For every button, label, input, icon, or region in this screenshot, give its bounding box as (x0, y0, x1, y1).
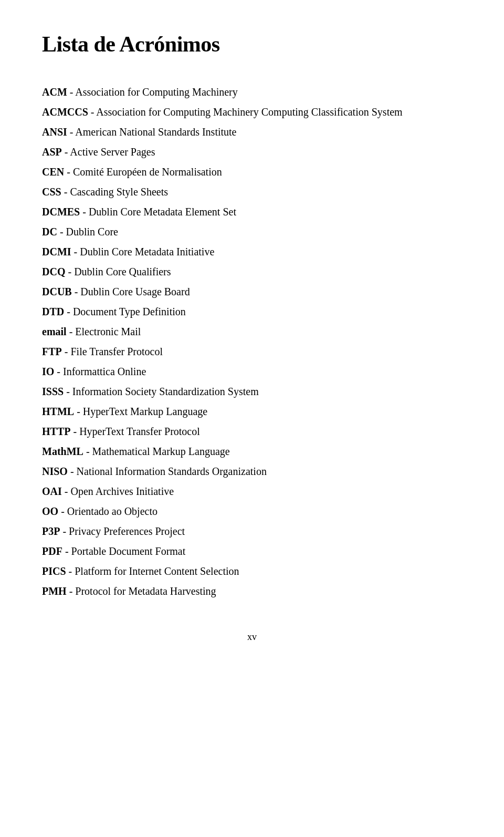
list-item: FTP - File Transfer Protocol (42, 343, 462, 360)
acronym-abbr: ACM (42, 86, 67, 98)
list-item: PMH - Protocol for Metadata Harvesting (42, 582, 462, 600)
acronym-abbr: CEN (42, 166, 64, 178)
list-item: ACM - Association for Computing Machiner… (42, 83, 462, 101)
list-item: ACMCCS - Association for Computing Machi… (42, 103, 462, 121)
acronym-list: ACM - Association for Computing Machiner… (42, 83, 462, 600)
list-item: DCMES - Dublin Core Metadata Element Set (42, 203, 462, 221)
acronym-abbr: NISO (42, 466, 68, 477)
acronym-abbr: ISSS (42, 386, 64, 397)
acronym-abbr: DCMI (42, 246, 71, 257)
acronym-abbr: DCQ (42, 266, 65, 277)
list-item: HTTP - HyperText Transfer Protocol (42, 422, 462, 440)
acronym-abbr: PICS (42, 565, 66, 577)
list-item: MathML - Mathematical Markup Language (42, 442, 462, 460)
list-item: PICS - Platform for Internet Content Sel… (42, 562, 462, 580)
list-item: IO - Informattica Online (42, 363, 462, 380)
acronym-abbr: ACMCCS (42, 106, 88, 118)
page-title: Lista de Acrónimos (42, 32, 462, 57)
acronym-abbr: ANSI (42, 126, 67, 138)
list-item: NISO - National Information Standards Or… (42, 462, 462, 480)
acronym-abbr: P3P (42, 525, 60, 537)
acronym-abbr: PDF (42, 545, 62, 557)
acronym-abbr: PMH (42, 585, 67, 597)
list-item: HTML - HyperText Markup Language (42, 402, 462, 420)
acronym-abbr: CSS (42, 186, 61, 198)
acronym-abbr: OO (42, 505, 58, 517)
page-footer: xv (42, 632, 462, 643)
list-item: ANSI - American National Standards Insti… (42, 123, 462, 141)
acronym-abbr: email (42, 326, 67, 337)
acronym-abbr: HTTP (42, 426, 70, 437)
list-item: email - Electronic Mail (42, 323, 462, 340)
list-item: P3P - Privacy Preferences Project (42, 522, 462, 540)
acronym-abbr: IO (42, 366, 54, 377)
list-item: CEN - Comité Européen de Normalisation (42, 163, 462, 181)
list-item: ASP - Active Server Pages (42, 143, 462, 161)
acronym-abbr: ASP (42, 146, 62, 158)
acronym-abbr: FTP (42, 346, 62, 357)
list-item: OAI - Open Archives Initiative (42, 482, 462, 500)
list-item: PDF - Portable Document Format (42, 542, 462, 560)
list-item: DC - Dublin Core (42, 223, 462, 241)
list-item: DCQ - Dublin Core Qualifiers (42, 263, 462, 281)
list-item: CSS - Cascading Style Sheets (42, 183, 462, 201)
acronym-abbr: DCUB (42, 286, 72, 297)
acronym-abbr: HTML (42, 406, 74, 417)
list-item: DCUB - Dublin Core Usage Board (42, 283, 462, 301)
list-item: OO - Orientado ao Objecto (42, 502, 462, 520)
acronym-abbr: DC (42, 226, 57, 237)
acronym-abbr: MathML (42, 446, 83, 457)
list-item: DCMI - Dublin Core Metadata Initiative (42, 243, 462, 261)
list-item: ISSS - Information Society Standardizati… (42, 383, 462, 400)
acronym-abbr: DCMES (42, 206, 80, 218)
page-number: xv (247, 632, 257, 642)
acronym-abbr: OAI (42, 485, 62, 497)
acronym-abbr: DTD (42, 306, 64, 317)
list-item: DTD - Document Type Definition (42, 303, 462, 321)
